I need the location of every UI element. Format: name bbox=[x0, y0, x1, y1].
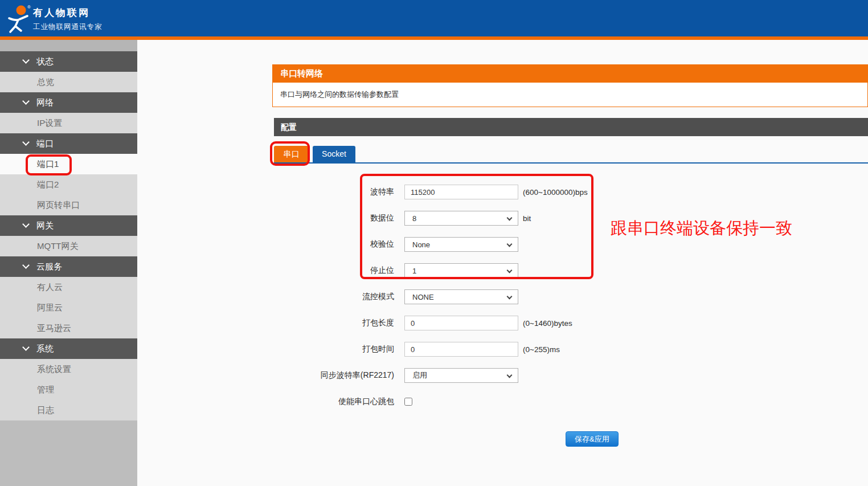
sidebar-item-16[interactable]: 管理 bbox=[0, 379, 137, 400]
page-panel: 串口转网络 串口与网络之间的数据传输参数配置 bbox=[272, 64, 868, 107]
tabbar: 串口 Socket bbox=[274, 146, 868, 164]
field-hint: bit bbox=[523, 214, 531, 223]
chevron-down-icon bbox=[22, 138, 30, 146]
field-label: 波特率 bbox=[274, 187, 394, 197]
sidebar-item-15[interactable]: 系统设置 bbox=[0, 359, 137, 379]
field-label: 数据位 bbox=[274, 213, 394, 223]
chevron-down-icon bbox=[507, 242, 513, 247]
sidebar-item-9[interactable]: MQTT网关 bbox=[0, 236, 137, 256]
sidebar-item-label: 系统 bbox=[36, 344, 54, 354]
sidebar-item-label: 管理 bbox=[37, 385, 54, 395]
usr-iot-logo-icon: ® bbox=[5, 3, 32, 34]
select-value: 1 bbox=[412, 267, 416, 275]
field-label: 校验位 bbox=[274, 239, 394, 250]
select-value: 8 bbox=[412, 214, 416, 223]
sidebar-item-label: 云服务 bbox=[36, 262, 62, 272]
sidebar-item-label: 端口2 bbox=[37, 179, 59, 190]
text-input[interactable] bbox=[404, 342, 518, 357]
select[interactable]: NONE bbox=[404, 289, 518, 304]
select-value: NONE bbox=[412, 293, 434, 301]
form-row: 打包时间(0~255)ms bbox=[274, 336, 588, 362]
sidebar-item-label: 总览 bbox=[37, 77, 54, 88]
sidebar-item-label: 系统设置 bbox=[37, 364, 71, 375]
form-row: 使能串口心跳包 bbox=[274, 389, 588, 415]
sidebar-item-label: 端口 bbox=[36, 138, 54, 149]
form-rows: 波特率(600~1000000)bps数据位8bit校验位None停止位1流控模… bbox=[274, 179, 588, 415]
sidebar-item-label: 网关 bbox=[36, 220, 54, 231]
sidebar-item-label: 亚马逊云 bbox=[37, 323, 71, 334]
chevron-down-icon bbox=[507, 373, 513, 378]
sidebar-item-label: 网页转串口 bbox=[37, 200, 80, 211]
field-label: 打包时间 bbox=[274, 344, 394, 354]
sidebar-item-group-2[interactable]: 网络 bbox=[0, 92, 137, 113]
field-label: 流控模式 bbox=[274, 292, 394, 302]
sidebar-item-6[interactable]: 端口2 bbox=[0, 174, 137, 195]
form-row: 同步波特率(RF2217)启用 bbox=[274, 362, 588, 389]
field-label: 同步波特率(RF2217) bbox=[274, 370, 394, 381]
app-header: ® 有人物联网 工业物联网通讯专家 bbox=[0, 0, 868, 36]
select[interactable]: 8 bbox=[404, 211, 518, 226]
brand-block: 有人物联网 工业物联网通讯专家 bbox=[33, 6, 103, 32]
sidebar-item-group-14[interactable]: 系统 bbox=[0, 338, 137, 359]
checkbox[interactable] bbox=[404, 398, 412, 406]
sidebar-item-label: IP设置 bbox=[37, 118, 62, 129]
chevron-down-icon bbox=[507, 215, 513, 221]
field-label: 打包长度 bbox=[274, 318, 394, 328]
select[interactable]: None bbox=[404, 237, 518, 252]
sidebar-item-5[interactable]: 端口1 bbox=[0, 154, 137, 174]
section-header: 配置 bbox=[274, 118, 868, 136]
sidebar-item-label: 网络 bbox=[36, 97, 54, 108]
chevron-down-icon bbox=[507, 294, 513, 300]
sidebar-top-strip bbox=[0, 40, 137, 51]
sidebar-item-group-8[interactable]: 网关 bbox=[0, 215, 137, 236]
sidebar-item-1[interactable]: 总览 bbox=[0, 72, 137, 92]
sidebar-item-12[interactable]: 阿里云 bbox=[0, 297, 137, 318]
select-value: None bbox=[412, 240, 430, 249]
sidebar-item-3[interactable]: IP设置 bbox=[0, 113, 137, 133]
form-row: 校验位None bbox=[274, 231, 588, 258]
sidebar-item-13[interactable]: 亚马逊云 bbox=[0, 318, 137, 338]
brand-tagline: 工业物联网通讯专家 bbox=[33, 22, 103, 32]
sidebar: 状态总览网络IP设置端口端口1端口2网页转串口网关MQTT网关云服务有人云阿里云… bbox=[0, 40, 137, 486]
form-row: 数据位8bit bbox=[274, 205, 588, 231]
field-label: 停止位 bbox=[274, 266, 394, 276]
sidebar-item-group-10[interactable]: 云服务 bbox=[0, 256, 137, 277]
form-row: 流控模式NONE bbox=[274, 284, 588, 310]
chevron-down-icon bbox=[22, 262, 30, 269]
chevron-down-icon bbox=[22, 344, 30, 351]
sidebar-item-label: 阿里云 bbox=[37, 303, 63, 313]
main-content: 串口转网络 串口与网络之间的数据传输参数配置 配置 串口 Socket 波特率(… bbox=[137, 40, 868, 486]
sidebar-item-group-0[interactable]: 状态 bbox=[0, 51, 137, 72]
text-input[interactable] bbox=[404, 316, 518, 330]
page-description: 串口与网络之间的数据传输参数配置 bbox=[272, 83, 868, 107]
sidebar-item-label: 有人云 bbox=[37, 282, 63, 293]
select[interactable]: 1 bbox=[404, 263, 518, 278]
svg-text:®: ® bbox=[27, 5, 31, 10]
sidebar-item-17[interactable]: 日志 bbox=[0, 400, 137, 420]
sidebar-item-label: 状态 bbox=[36, 56, 54, 67]
field-hint: (0~255)ms bbox=[523, 345, 560, 354]
chevron-down-icon bbox=[22, 220, 30, 228]
select-value: 启用 bbox=[412, 370, 427, 381]
sidebar-item-label: 端口1 bbox=[37, 159, 59, 170]
select[interactable]: 启用 bbox=[404, 368, 518, 383]
field-label: 使能串口心跳包 bbox=[274, 397, 394, 407]
sidebar-menu: 状态总览网络IP设置端口端口1端口2网页转串口网关MQTT网关云服务有人云阿里云… bbox=[0, 51, 137, 420]
sidebar-item-7[interactable]: 网页转串口 bbox=[0, 195, 137, 215]
chevron-down-icon bbox=[507, 268, 513, 273]
tab-serial[interactable]: 串口 bbox=[274, 146, 309, 162]
chevron-down-icon bbox=[22, 97, 30, 105]
form-row: 打包长度(0~1460)bytes bbox=[274, 310, 588, 336]
sidebar-item-label: 日志 bbox=[37, 405, 54, 416]
tab-socket[interactable]: Socket bbox=[313, 146, 355, 162]
chevron-down-icon bbox=[22, 56, 30, 64]
sidebar-item-group-4[interactable]: 端口 bbox=[0, 133, 137, 154]
field-hint: (0~1460)bytes bbox=[523, 319, 572, 328]
sidebar-item-label: MQTT网关 bbox=[37, 241, 79, 252]
form-row: 波特率(600~1000000)bps bbox=[274, 179, 588, 205]
text-input[interactable] bbox=[404, 185, 518, 199]
field-hint: (600~1000000)bps bbox=[523, 188, 588, 197]
sidebar-item-11[interactable]: 有人云 bbox=[0, 277, 137, 297]
page-title: 串口转网络 bbox=[272, 64, 868, 83]
save-apply-button[interactable]: 保存&应用 bbox=[566, 431, 619, 447]
